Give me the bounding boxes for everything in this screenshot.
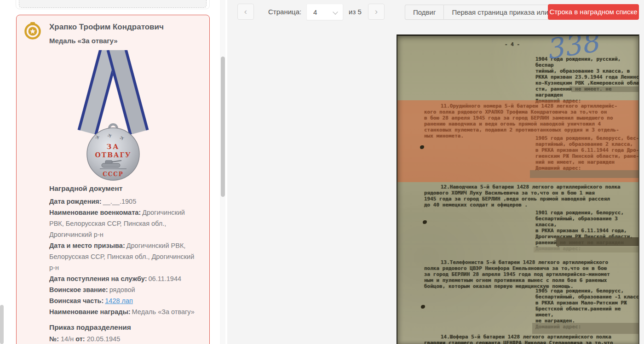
field-draft-place: Дата и место призыва:Дрогичинский РВК, Б… xyxy=(49,240,201,273)
document-section-title: Наградной документ xyxy=(49,184,201,193)
chevron-down-icon xyxy=(333,9,338,14)
page: Храпко Трофим Кондратович Медаль «За отв… xyxy=(0,0,644,344)
doc-block-info-1901: 1901 года рождения, белорусс, беспартийн… xyxy=(535,210,639,252)
order-section-title: Приказ подразделения xyxy=(49,323,201,332)
medal-image: ✈ ✈ ✈ ЗА ОТВАГУ СССР xyxy=(69,50,157,181)
field-service-start: Дата поступления на службу:06.11.1944 xyxy=(49,273,201,284)
field-value: рядовой xyxy=(109,286,135,293)
doc-block-info-1905: 1905 года рождения, белорусс, бес- парти… xyxy=(535,135,639,171)
award-record-card[interactable]: Храпко Трофим Кондратович Медаль «За отв… xyxy=(16,15,210,344)
field-value: 06.11.1944 xyxy=(149,275,182,282)
order-number-label: №: xyxy=(49,335,59,343)
field-value: __.__.1905 xyxy=(103,198,137,205)
field-military-commissariat: Наименование военкомата:Дрогичинский РВК… xyxy=(49,207,201,240)
scanned-document-image[interactable]: - 4 - 338 1904 года рождения, русский, б… xyxy=(397,34,639,344)
medal-text-line2: ОТВАГУ xyxy=(95,151,132,159)
punch-hole xyxy=(421,305,425,309)
order-date-value: 20.05.1945 xyxy=(87,335,121,343)
next-page-button[interactable]: › xyxy=(368,4,385,20)
field-label: Воинская часть: xyxy=(49,297,104,304)
field-award-name: Наименование награды:Медаль «За отвагу» xyxy=(49,306,201,317)
field-label: Наименование военкомата: xyxy=(49,209,141,216)
field-label: Дата поступления на службу: xyxy=(49,275,147,282)
view-feat-button[interactable]: Подвиг xyxy=(405,5,443,20)
page-select[interactable]: 4 xyxy=(306,4,343,20)
page-total-label: из 5 xyxy=(349,8,362,16)
field-value: Медаль «За отвагу» xyxy=(132,308,195,315)
page-scrollbar-thumb[interactable] xyxy=(0,305,4,344)
previous-result-card[interactable] xyxy=(16,0,210,9)
previous-page-button[interactable]: ‹ xyxy=(237,4,254,20)
results-panel: Храпко Трофим Кондратович Медаль «За отв… xyxy=(0,0,227,344)
panel-scrollbar-thumb[interactable] xyxy=(221,57,225,197)
order-number-row: №: 14/н от: 20.05.1945 xyxy=(49,334,201,344)
order-date-label: от: xyxy=(75,335,85,343)
medal-text-cccp: СССР xyxy=(103,171,124,178)
doc-block-entry-14: 14.Шофера 5-й батареи 1428 легкого артил… xyxy=(424,334,639,344)
doc-block-info-1905b: 1905 года рождения, белорусс, беспартийн… xyxy=(535,288,639,330)
punch-hole xyxy=(423,220,427,224)
military-unit-link[interactable]: 1428 лап xyxy=(105,297,133,304)
card-details: Наградной документ Дата рождения:__.__.1… xyxy=(49,184,201,344)
person-name: Храпко Трофим Кондратович xyxy=(49,23,164,32)
field-label: Дата рождения: xyxy=(49,198,102,205)
page-select-value: 4 xyxy=(313,8,317,16)
medal-badge-icon xyxy=(24,22,41,40)
field-label: Воинское звание: xyxy=(49,286,108,293)
punch-hole xyxy=(420,145,424,149)
field-birth-date: Дата рождения:__.__.1905 xyxy=(49,196,201,207)
field-rank: Воинское звание:рядовой xyxy=(49,284,201,295)
doc-page-marker: - 4 - xyxy=(505,41,541,47)
redacted-address-2 xyxy=(530,170,639,178)
medal-text-line1: ЗА xyxy=(106,143,120,151)
order-section: Приказ подразделения №: 14/н от: 20.05.1… xyxy=(49,323,201,344)
doc-block-entry-13: 13.Телефониста 5-й батареи 1428 легкого … xyxy=(424,259,639,289)
page-label: Страница: xyxy=(268,8,301,16)
award-name: Медаль «За отвагу» xyxy=(49,37,118,45)
previous-result-card-placeholder xyxy=(19,0,207,8)
ribbon-right xyxy=(107,50,149,135)
document-viewer: ‹ Страница: 4 из 5 › Подвиг Первая стран… xyxy=(227,0,644,344)
field-label: Дата и место призыва: xyxy=(49,242,125,249)
doc-block-entry-12: 12.Наводчика 5-й батареи 1428 легкого ар… xyxy=(424,184,639,208)
doc-block-entry-11: 11.Орудийного номера 5-й батареи 1428 ле… xyxy=(424,103,639,139)
field-military-unit: Воинская часть:1428 лап xyxy=(49,295,201,306)
field-label: Наименование награды: xyxy=(49,308,131,315)
view-award-list-row-button[interactable]: Строка в наградном списке xyxy=(548,4,639,20)
order-number-value: 14/н xyxy=(61,335,74,343)
